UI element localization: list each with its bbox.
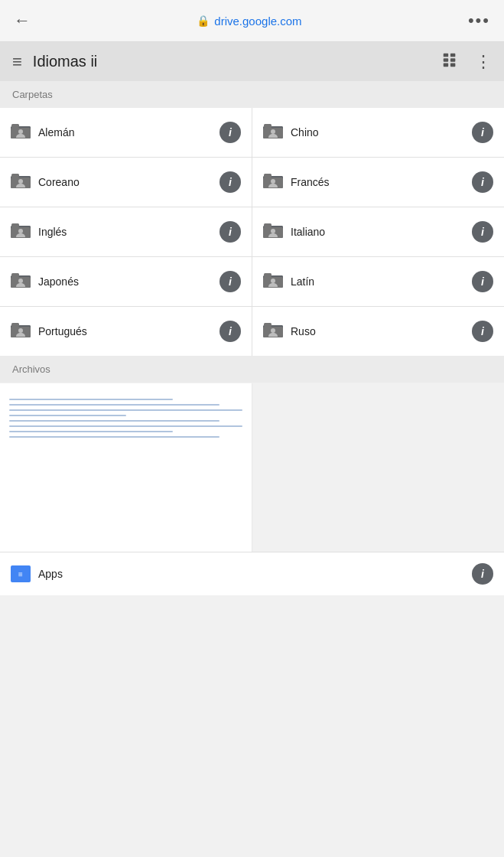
folder-name: Ruso (291, 325, 464, 337)
lock-icon: 🔒 (197, 15, 210, 27)
thumb-line (9, 431, 173, 432)
svg-rect-0 (444, 54, 448, 57)
file-thumb-content (9, 393, 242, 438)
thumb-line (9, 415, 126, 416)
svg-point-20 (18, 179, 23, 184)
folder-name: Francés (291, 176, 464, 188)
folder-icon (263, 321, 283, 338)
folder-info-button[interactable]: i (219, 221, 241, 243)
svg-rect-24 (264, 174, 272, 178)
folder-icon (263, 272, 283, 288)
folder-info-button[interactable]: i (472, 271, 493, 292)
folder-icon (263, 122, 283, 139)
info-icon: i (481, 127, 484, 138)
folder-name: Alemán (38, 126, 212, 138)
folders-section-label: Carpetas (0, 81, 504, 108)
folder-info-button[interactable]: i (219, 171, 241, 193)
folder-name: Latín (291, 275, 464, 288)
folder-icon (11, 172, 31, 189)
folder-name: Coreano (38, 176, 212, 188)
app-title: Idiomas ii (33, 53, 431, 70)
svg-point-15 (271, 129, 275, 134)
folder-name: Chino (291, 126, 464, 138)
info-icon: i (229, 226, 232, 237)
folder-item[interactable]: Italiano i (252, 207, 504, 256)
folder-icon-wrap (11, 272, 31, 292)
folder-icon (11, 122, 31, 139)
view-toggle-button[interactable] (441, 51, 458, 72)
folder-icon-wrap (11, 172, 31, 192)
folder-name: Italiano (291, 226, 464, 238)
folder-icon-wrap (11, 321, 31, 341)
folder-item[interactable]: Alemán i (0, 108, 252, 157)
folder-icon (11, 222, 31, 239)
folder-info-button[interactable]: i (472, 221, 493, 243)
files-grid (0, 383, 504, 552)
folder-item[interactable]: Chino i (252, 108, 504, 157)
folder-item[interactable]: Latín i (252, 257, 504, 306)
folders-grid: Alemán i Chino i (0, 108, 504, 356)
app-header: ≡ Idiomas ii ⋮ (0, 42, 504, 81)
hamburger-menu-button[interactable]: ≡ (12, 52, 22, 72)
header-more-button[interactable]: ⋮ (475, 52, 492, 72)
svg-rect-29 (11, 223, 19, 227)
thumb-line (9, 425, 242, 427)
info-icon: i (229, 326, 232, 337)
file-item-bar[interactable]: ≡ Apps i (0, 552, 504, 595)
folder-icon-wrap (263, 122, 283, 142)
svg-rect-3 (450, 58, 455, 62)
folder-name: Japonés (38, 275, 212, 288)
svg-point-45 (271, 279, 275, 283)
folder-icon-wrap (11, 122, 31, 142)
info-icon: i (481, 326, 484, 337)
folder-item[interactable]: Japonés i (0, 257, 252, 306)
folder-info-button[interactable]: i (472, 122, 493, 143)
svg-point-30 (18, 229, 23, 233)
thumb-line (9, 399, 173, 400)
folder-info-button[interactable]: i (472, 321, 493, 342)
folder-item[interactable]: Inglés i (0, 207, 252, 256)
svg-rect-1 (450, 54, 455, 57)
folder-icon-wrap (263, 321, 283, 341)
svg-rect-9 (11, 124, 19, 128)
svg-point-40 (18, 279, 23, 283)
thumb-line (9, 436, 219, 438)
folder-icon (263, 222, 283, 239)
folder-item[interactable]: Coreano i (0, 158, 252, 207)
browser-back-button[interactable]: ← (14, 11, 31, 31)
svg-rect-54 (264, 323, 272, 327)
svg-rect-44 (264, 273, 272, 277)
svg-rect-2 (444, 58, 448, 62)
folder-item[interactable]: Francés i (252, 158, 504, 207)
svg-point-50 (18, 328, 23, 333)
folder-info-button[interactable]: i (219, 122, 241, 143)
folder-icon (11, 272, 31, 288)
file-info-button[interactable]: i (472, 563, 493, 585)
folder-info-button[interactable]: i (219, 321, 241, 342)
folder-info-button[interactable]: i (472, 171, 493, 193)
archivos-section-label: Archivos (0, 356, 504, 383)
svg-point-25 (271, 179, 275, 184)
file-name: Apps (38, 568, 464, 580)
bottom-spacer (0, 595, 504, 638)
folder-info-button[interactable]: i (219, 271, 241, 292)
svg-rect-34 (264, 223, 272, 227)
thumb-line (9, 404, 219, 406)
info-icon: i (481, 276, 484, 287)
info-icon: i (229, 177, 232, 187)
svg-point-55 (271, 328, 275, 333)
browser-more-button[interactable]: ••• (468, 11, 490, 31)
doc-icon: ≡ (11, 565, 31, 582)
svg-point-35 (271, 229, 275, 233)
file-thumbnail (0, 383, 252, 552)
folder-icon-wrap (263, 172, 283, 192)
info-icon: i (481, 177, 484, 187)
info-icon: i (481, 226, 484, 237)
folder-item[interactable]: Ruso i (252, 307, 504, 356)
svg-point-10 (18, 129, 23, 134)
browser-url-bar[interactable]: 🔒 drive.google.com (197, 15, 301, 28)
thumb-line (9, 409, 242, 411)
folder-item[interactable]: Portugués i (0, 307, 252, 356)
svg-rect-14 (264, 124, 272, 128)
info-icon: i (229, 276, 232, 287)
